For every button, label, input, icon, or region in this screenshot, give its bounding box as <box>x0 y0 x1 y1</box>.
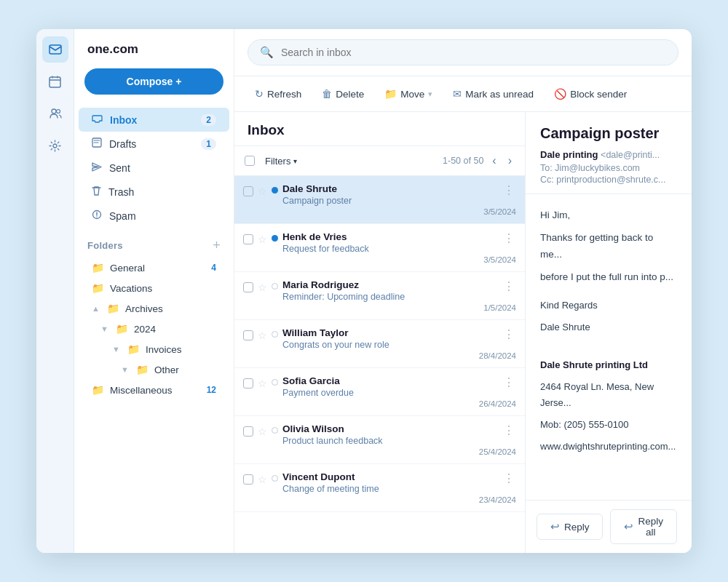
read-indicator <box>272 427 278 434</box>
mark-unread-icon: ✉ <box>453 88 462 100</box>
svg-rect-0 <box>50 45 61 54</box>
reply-all-button[interactable]: ↩ Reply all <box>610 509 677 544</box>
sidebar-icon-contacts[interactable] <box>42 100 68 127</box>
mark-unread-button[interactable]: ✉ Mark as unread <box>446 84 541 104</box>
next-page-button[interactable]: › <box>505 153 515 169</box>
email-more-button[interactable]: ⋮ <box>502 375 516 389</box>
search-box[interactable]: 🔍 <box>248 39 678 65</box>
icon-sidebar <box>36 29 74 553</box>
add-folder-icon[interactable]: + <box>213 238 221 253</box>
folders-header[interactable]: Folders + <box>74 228 234 258</box>
email-more-button[interactable]: ⋮ <box>502 327 516 341</box>
select-all-checkbox[interactable] <box>245 156 255 166</box>
email-row[interactable]: ☆ Sofia Garcia Payment overdue ⋮ 26/4/20… <box>234 368 525 416</box>
email-subject: Congrats on your new role <box>282 340 475 350</box>
star-icon[interactable]: ☆ <box>258 282 267 293</box>
star-icon[interactable]: ☆ <box>258 474 267 485</box>
star-icon[interactable]: ☆ <box>258 330 267 341</box>
email-sender: Maria Rodriguez <box>282 279 479 290</box>
email-row[interactable]: ☆ Olivia Wilson Product launch feedback … <box>234 416 525 464</box>
move-icon: 📁 <box>384 88 397 100</box>
filters-chevron-icon: ▾ <box>293 157 297 165</box>
folder-miscellaneous[interactable]: 📁 Miscellaneous 12 <box>79 380 229 400</box>
svg-rect-1 <box>50 77 60 87</box>
email-row[interactable]: ☆ Vincent Dupont Change of meeting time … <box>234 464 525 512</box>
top-bar: 🔍 <box>234 29 692 76</box>
sidebar-item-trash-label: Trash <box>108 186 134 198</box>
folder-vacations[interactable]: 📁 Vacations <box>79 278 229 298</box>
sidebar-item-drafts[interactable]: Drafts 1 <box>79 132 229 156</box>
unread-indicator <box>272 187 278 194</box>
email-more-button[interactable]: ⋮ <box>502 279 516 293</box>
page-count: 1-50 of 50 <box>443 156 483 166</box>
folder-vacations-label: Vacations <box>110 283 152 294</box>
block-sender-button[interactable]: 🚫 Block sender <box>547 84 634 104</box>
trash-icon <box>92 186 101 198</box>
email-date: 28/4/2024 <box>479 351 516 360</box>
folder-invoices[interactable]: ▼ 📁 Invoices <box>79 339 229 359</box>
email-checkbox[interactable] <box>243 330 253 340</box>
refresh-button[interactable]: ↻ Refresh <box>248 84 309 104</box>
chevron-archives-icon: ▲ <box>92 304 100 313</box>
email-row[interactable]: ☆ Maria Rodriguez Reminder: Upcoming dea… <box>234 272 525 320</box>
read-indicator <box>272 379 278 386</box>
email-row[interactable]: ☆ Dale Shrute Campaign poster ⋮ 3/5/2024 <box>234 176 525 224</box>
folder-general-icon: 📁 <box>92 262 104 274</box>
folder-2024[interactable]: ▼ 📁 2024 <box>79 319 229 339</box>
reply-all-icon: ↩ <box>624 520 633 533</box>
email-row[interactable]: ☆ William Taylor Congrats on your new ro… <box>234 320 525 368</box>
sidebar-icon-calendar[interactable] <box>42 68 68 95</box>
email-subject: Product launch feedback <box>282 436 475 446</box>
move-button[interactable]: 📁 Move ▾ <box>377 84 440 104</box>
email-list-panel: Inbox Filters ▾ 1-50 of 50 ‹ › <box>234 112 526 553</box>
reply-label: Reply <box>564 522 590 533</box>
email-checkbox[interactable] <box>243 234 253 244</box>
delete-button[interactable]: 🗑 Delete <box>314 84 371 104</box>
sidebar-item-spam[interactable]: Spam <box>79 204 229 228</box>
search-input[interactable] <box>281 47 666 58</box>
email-checkbox[interactable] <box>243 474 253 485</box>
email-subject: Reminder: Upcoming deadline <box>282 292 479 302</box>
sig-name: Dale Shrute <box>540 319 677 335</box>
email-meta: ⋮ 3/5/2024 <box>483 183 516 216</box>
email-checkbox[interactable] <box>243 186 253 196</box>
chevron-2024-icon: ▼ <box>100 324 108 333</box>
sidebar-item-sent[interactable]: Sent <box>79 156 229 180</box>
sidebar-item-inbox-label: Inbox <box>110 114 137 126</box>
folder-general-label: General <box>110 263 145 274</box>
sidebar-icon-settings[interactable] <box>42 132 68 159</box>
sig-regards: Kind Regards <box>540 298 677 314</box>
email-row[interactable]: ☆ Henk de Vries Request for feedback ⋮ 3… <box>234 224 525 272</box>
email-checkbox[interactable] <box>243 378 253 388</box>
folder-other-icon: 📁 <box>136 364 149 375</box>
compose-button[interactable]: Compose + <box>84 68 223 95</box>
star-icon[interactable]: ☆ <box>258 426 267 437</box>
read-indicator <box>272 475 278 482</box>
folder-other[interactable]: ▼ 📁 Other <box>79 359 229 380</box>
email-checkbox[interactable] <box>243 426 253 436</box>
email-more-button[interactable]: ⋮ <box>502 471 516 485</box>
folder-general[interactable]: 📁 General 4 <box>79 258 229 278</box>
email-checkbox[interactable] <box>243 282 253 292</box>
email-date: 3/5/2024 <box>483 255 516 264</box>
sidebar-icon-mail[interactable] <box>42 36 68 63</box>
email-more-button[interactable]: ⋮ <box>502 231 516 245</box>
prev-page-button[interactable]: ‹ <box>489 153 499 169</box>
email-sender: Dale Shrute <box>282 183 479 194</box>
sidebar-item-inbox[interactable]: Inbox 2 <box>79 108 229 132</box>
email-more-button[interactable]: ⋮ <box>502 183 516 197</box>
filters-button[interactable]: Filters ▾ <box>261 154 301 168</box>
star-icon[interactable]: ☆ <box>258 186 267 197</box>
reading-body-line-2: Thanks for getting back to me... <box>540 230 677 263</box>
sent-icon <box>92 162 102 174</box>
reply-button[interactable]: ↩ Reply <box>537 514 604 540</box>
email-subject: Campaign poster <box>282 196 479 206</box>
star-icon[interactable]: ☆ <box>258 234 267 245</box>
email-sender: Olivia Wilson <box>282 423 475 434</box>
folders-label: Folders <box>87 240 123 251</box>
star-icon[interactable]: ☆ <box>258 378 267 389</box>
sidebar-item-trash[interactable]: Trash <box>79 180 229 204</box>
email-more-button[interactable]: ⋮ <box>502 423 516 437</box>
refresh-icon: ↻ <box>255 88 264 100</box>
folder-archives[interactable]: ▲ 📁 Archives <box>79 298 229 319</box>
